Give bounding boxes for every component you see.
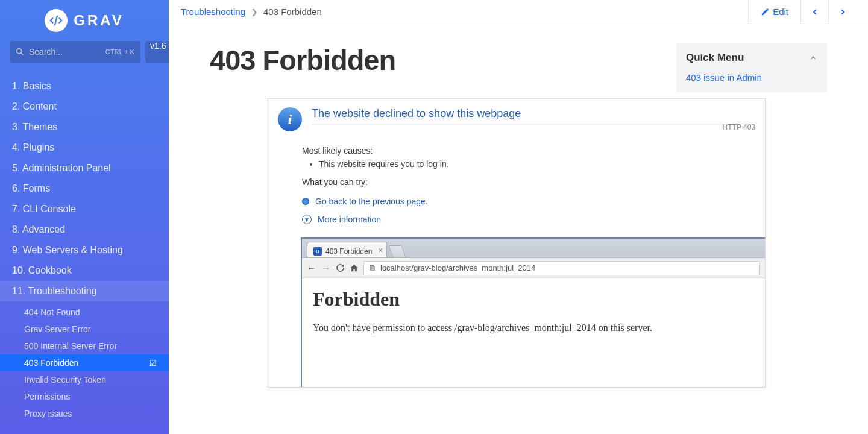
new-tab-button[interactable] bbox=[389, 245, 406, 257]
sidebar: GRAV CTRL + K v1.6⌄ 1. Basics 2. Content… bbox=[0, 0, 169, 434]
cause-item: This website requires you to log in. bbox=[319, 159, 765, 169]
logo[interactable]: GRAV bbox=[0, 0, 169, 41]
prev-button[interactable] bbox=[800, 0, 828, 24]
search-row: CTRL + K v1.6⌄ bbox=[0, 41, 169, 63]
http-status: HTTP 403 bbox=[312, 123, 755, 131]
info-icon: i bbox=[278, 107, 302, 131]
content: 403 Forbidden Quick Menu 403 issue in Ad… bbox=[169, 24, 868, 434]
forbidden-heading: Forbidden bbox=[313, 288, 754, 310]
go-back-link[interactable]: Go back to the previous page. bbox=[315, 197, 428, 206]
causes-label: Most likely causes: bbox=[302, 146, 765, 156]
reload-icon[interactable] bbox=[336, 263, 345, 272]
main: Troubleshooting ❯ 403 Forbidden Edit 403… bbox=[169, 0, 868, 434]
error-screenshot: i The website declined to show this webp… bbox=[268, 98, 766, 388]
breadcrumb-parent[interactable]: Troubleshooting bbox=[181, 7, 245, 17]
nav-item-admin-panel[interactable]: 5. Administration Panel bbox=[0, 158, 169, 178]
chrome-tab[interactable]: U 403 Forbidden × bbox=[307, 242, 387, 257]
bullet-icon bbox=[302, 198, 309, 205]
subnav-403[interactable]: 403 Forbidden ☑ bbox=[0, 354, 169, 371]
home-icon[interactable] bbox=[350, 263, 359, 272]
check-icon: ☑ bbox=[149, 359, 157, 368]
expand-icon[interactable]: ▼ bbox=[302, 215, 312, 224]
try-label: What you can try: bbox=[302, 177, 765, 187]
forward-icon[interactable]: → bbox=[321, 263, 331, 274]
search-shortcut: CTRL + K bbox=[105, 48, 134, 55]
breadcrumb: Troubleshooting ❯ 403 Forbidden bbox=[181, 7, 748, 17]
chrome-frame: U 403 Forbidden × ← → � bbox=[301, 237, 765, 387]
ie-error-title: The website declined to show this webpag… bbox=[312, 107, 755, 120]
subnav-permissions[interactable]: Permissions bbox=[0, 388, 169, 405]
forbidden-message: You don't have permission to access /gra… bbox=[313, 322, 754, 333]
nav-item-webservers[interactable]: 9. Web Servers & Hosting bbox=[0, 240, 169, 260]
chevron-up-icon bbox=[809, 54, 817, 62]
subnav-500[interactable]: 500 Internal Server Error bbox=[0, 338, 169, 354]
subnav-invalid-token[interactable]: Invalid Security Token bbox=[0, 371, 169, 388]
subnav: 404 Not Found Grav Server Error 500 Inte… bbox=[0, 301, 169, 422]
subnav-grav-server-error[interactable]: Grav Server Error bbox=[0, 321, 169, 338]
nav-item-plugins[interactable]: 4. Plugins bbox=[0, 137, 169, 158]
nav: 1. Basics 2. Content 3. Themes 4. Plugin… bbox=[0, 76, 169, 434]
nav-item-cookbook[interactable]: 10. Cookbook bbox=[0, 260, 169, 281]
subnav-proxy[interactable]: Proxy issues bbox=[0, 405, 169, 422]
nav-item-themes[interactable]: 3. Themes bbox=[0, 117, 169, 137]
subnav-404[interactable]: 404 Not Found bbox=[0, 304, 169, 321]
quick-menu-header[interactable]: Quick Menu bbox=[676, 43, 827, 72]
breadcrumb-current: 403 Forbidden bbox=[263, 7, 322, 17]
logo-icon bbox=[45, 9, 68, 32]
chrome-tabs: U 403 Forbidden × bbox=[302, 239, 765, 258]
back-icon[interactable]: ← bbox=[307, 263, 316, 274]
nav-item-basics[interactable]: 1. Basics bbox=[0, 76, 169, 96]
favicon-icon: U bbox=[313, 247, 322, 256]
tab-close-icon[interactable]: × bbox=[378, 245, 383, 255]
edit-button[interactable]: Edit bbox=[748, 0, 800, 24]
quick-menu: Quick Menu 403 issue in Admin bbox=[676, 43, 827, 92]
version-select[interactable]: v1.6⌄ bbox=[145, 41, 169, 63]
next-button[interactable] bbox=[828, 0, 856, 24]
quick-menu-link[interactable]: 403 issue in Admin bbox=[686, 72, 817, 83]
nav-item-forms[interactable]: 6. Forms bbox=[0, 178, 169, 199]
page-icon: 🗎 bbox=[369, 263, 377, 272]
nav-item-troubleshooting[interactable]: 11. Troubleshooting bbox=[0, 281, 169, 301]
brand-text: GRAV bbox=[74, 12, 124, 29]
topbar: Troubleshooting ❯ 403 Forbidden Edit bbox=[169, 0, 868, 24]
url-bar[interactable]: 🗎 localhost/grav-blog/archives_month:jul… bbox=[363, 261, 760, 275]
chrome-toolbar: ← → 🗎 localhost/grav-blog/archives_month… bbox=[302, 258, 765, 278]
nav-item-cli[interactable]: 7. CLI Console bbox=[0, 199, 169, 219]
chevron-right-icon: ❯ bbox=[251, 8, 257, 16]
nav-item-content[interactable]: 2. Content bbox=[0, 96, 169, 117]
nav-item-advanced[interactable]: 8. Advanced bbox=[0, 219, 169, 240]
more-info-link[interactable]: More information bbox=[318, 215, 381, 224]
